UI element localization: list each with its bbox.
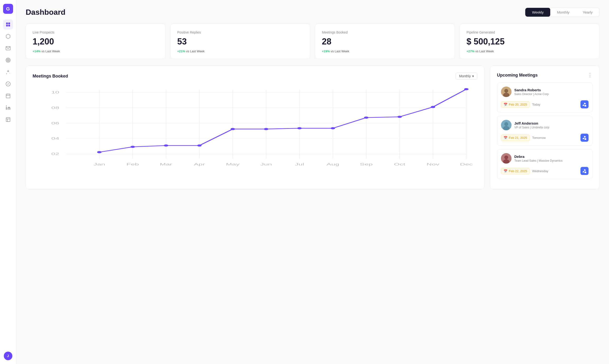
chart-header: Meetings Booked Monthly ▾ <box>33 73 477 80</box>
meeting-name-debra: Debra <box>514 155 589 159</box>
meeting-top-debra: Debra Team Lead Sales | Massive Dynamics <box>501 153 589 164</box>
meetings-header: Upcoming Meetings ⋮ <box>497 73 593 78</box>
svg-text:Jan: Jan <box>93 162 105 166</box>
svg-text:May: May <box>226 162 239 166</box>
stat-change-1: +21% vs Last Week <box>177 50 303 53</box>
stats-row: Live Prospects 1,200 +14% vs Last Week P… <box>26 24 599 59</box>
sidebar-item-dashboard[interactable] <box>3 19 13 29</box>
svg-point-42 <box>197 144 202 147</box>
meeting-info-jeff: Jeff Anderson VP of Sales | Umbrella cor… <box>514 121 589 129</box>
svg-point-13 <box>6 105 7 106</box>
meeting-when-debra: Wednesday <box>532 169 548 173</box>
svg-point-46 <box>331 127 335 129</box>
sidebar-item-target[interactable] <box>3 55 13 65</box>
meeting-bottom-debra: 📅 Feb 22, 2025 Wednesday <box>501 167 589 175</box>
stat-change-3: +27% vs Last Week <box>466 50 593 53</box>
stat-label-3: Pipeline Generated <box>466 30 593 34</box>
svg-point-48 <box>397 116 402 118</box>
meeting-role-sandra: Sales Director | Acme Corp <box>514 92 589 96</box>
meetings-card: Upcoming Meetings ⋮ Sandra Roberts <box>490 66 599 189</box>
chart-card: Meetings Booked Monthly ▾ <box>26 66 484 189</box>
stat-pct-1: +21% <box>177 50 185 53</box>
stat-change-0: +14% vs Last Week <box>33 50 159 53</box>
svg-point-64 <box>504 89 508 93</box>
stat-change-label-1: vs Last Week <box>186 50 205 53</box>
meeting-avatar-jeff <box>501 120 511 130</box>
period-btn-weekly[interactable]: Weekly <box>525 8 550 17</box>
meeting-when-sandra: Today <box>532 103 541 106</box>
meeting-teams-btn-jeff[interactable] <box>581 134 589 142</box>
stat-value-3: $ 500,125 <box>466 37 593 47</box>
chart-svg: 10 08 06 04 02 <box>33 84 477 175</box>
chart-area: 10 08 06 04 02 <box>33 84 477 175</box>
svg-text:Mar: Mar <box>160 162 172 166</box>
svg-point-67 <box>504 122 508 126</box>
svg-text:Jul: Jul <box>295 162 304 166</box>
sidebar-item-check[interactable] <box>3 79 13 89</box>
calendar-icon-debra: 📅 <box>503 169 507 173</box>
sidebar-logo[interactable]: G <box>3 4 13 14</box>
svg-point-40 <box>130 146 135 148</box>
meeting-bottom-sandra: 📅 Feb 20, 2025 Today <box>501 100 589 108</box>
meeting-name-sandra: Sandra Roberts <box>514 88 589 92</box>
sidebar: G J <box>0 0 16 364</box>
user-avatar[interactable]: J <box>4 352 12 360</box>
sidebar-item-linkedin[interactable] <box>3 103 13 113</box>
svg-rect-3 <box>8 25 10 26</box>
svg-point-7 <box>8 60 9 61</box>
meeting-when-jeff: Tomorrow <box>532 136 546 140</box>
stat-card-pipeline: Pipeline Generated $ 500,125 +27% vs Las… <box>460 24 599 59</box>
meeting-role-debra: Team Lead Sales | Massive Dynamics <box>514 159 589 162</box>
svg-text:Nov: Nov <box>426 162 439 166</box>
stat-change-label-2: vs Last Week <box>331 50 349 53</box>
svg-rect-1 <box>8 23 10 24</box>
meeting-date-jeff: 📅 Feb 21, 2025 <box>501 135 530 141</box>
sidebar-item-mail[interactable] <box>3 43 13 53</box>
svg-text:Jun: Jun <box>260 162 272 166</box>
meeting-item-debra: Debra Team Lead Sales | Massive Dynamics… <box>497 149 593 179</box>
header: Dashboard Weekly Monthly Yearly <box>26 8 599 17</box>
page-title: Dashboard <box>26 8 66 17</box>
svg-point-43 <box>230 128 235 130</box>
bottom-section: Meetings Booked Monthly ▾ <box>26 66 599 189</box>
sidebar-item-box[interactable] <box>3 31 13 41</box>
sidebar-item-layout[interactable] <box>3 115 13 125</box>
sidebar-item-sparkle[interactable] <box>3 67 13 77</box>
stat-card-positive-replies: Positive Replies 53 +21% vs Last Week <box>170 24 310 59</box>
meeting-item-sandra: Sandra Roberts Sales Director | Acme Cor… <box>497 82 593 112</box>
svg-text:Aug: Aug <box>326 162 339 166</box>
svg-point-39 <box>97 151 102 153</box>
stat-change-label-0: vs Last Week <box>41 50 60 53</box>
period-btn-monthly[interactable]: Monthly <box>550 8 576 17</box>
stat-pct-3: +27% <box>466 50 475 53</box>
svg-text:Apr: Apr <box>194 162 205 166</box>
svg-point-70 <box>504 156 508 159</box>
meeting-info-sandra: Sandra Roberts Sales Director | Acme Cor… <box>514 88 589 96</box>
stat-label-1: Positive Replies <box>177 30 303 34</box>
svg-rect-0 <box>6 23 8 24</box>
meeting-date-sandra: 📅 Feb 20, 2025 <box>501 101 530 108</box>
svg-text:06: 06 <box>51 121 59 125</box>
sidebar-item-calendar[interactable] <box>3 91 13 101</box>
svg-text:08: 08 <box>51 105 59 109</box>
stat-pct-0: +14% <box>33 50 41 53</box>
svg-point-50 <box>464 88 469 90</box>
meeting-date-debra: 📅 Feb 22, 2025 <box>501 168 530 174</box>
svg-point-41 <box>164 144 168 147</box>
meeting-name-jeff: Jeff Anderson <box>514 121 589 125</box>
meeting-top-sandra: Sandra Roberts Sales Director | Acme Cor… <box>501 87 589 97</box>
svg-point-47 <box>364 117 369 119</box>
stat-change-2: +19% vs Last Week <box>322 50 448 53</box>
svg-text:Oct: Oct <box>394 162 405 166</box>
calendar-icon-jeff: 📅 <box>503 136 507 140</box>
meeting-teams-btn-debra[interactable] <box>581 167 589 175</box>
stat-card-meetings-booked: Meetings Booked 28 +19% vs Last Week <box>315 24 455 59</box>
svg-rect-2 <box>6 25 8 26</box>
meeting-teams-btn-sandra[interactable] <box>581 100 589 108</box>
meetings-more-icon[interactable]: ⋮ <box>587 73 593 78</box>
stat-label-2: Meetings Booked <box>322 30 448 34</box>
stat-label-0: Live Prospects <box>33 30 159 34</box>
period-btn-yearly[interactable]: Yearly <box>576 8 599 17</box>
chart-filter-label: Monthly <box>459 74 471 78</box>
chart-filter-dropdown[interactable]: Monthly ▾ <box>456 73 477 80</box>
